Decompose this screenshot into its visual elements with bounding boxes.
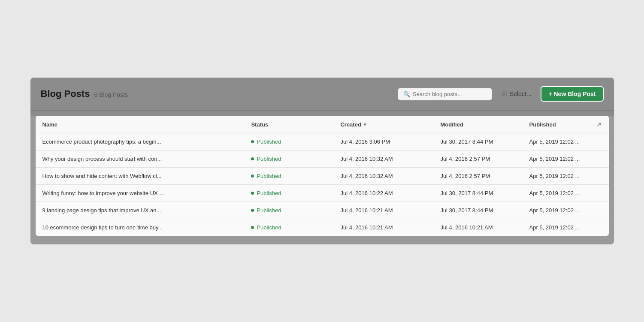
cell-created-5: Jul 4, 2016 10:21 AM bbox=[333, 219, 433, 236]
status-text-5: Published bbox=[257, 224, 281, 231]
cell-action-5 bbox=[590, 219, 608, 236]
cell-created-4: Jul 4, 2016 10:21 AM bbox=[333, 202, 433, 219]
cell-name-0: Ecommerce product photography tips: a be… bbox=[36, 133, 245, 150]
col-header-created[interactable]: Created ▼ bbox=[333, 116, 433, 133]
cell-action-4 bbox=[590, 202, 608, 219]
cell-action-3 bbox=[590, 185, 608, 202]
cell-created-1: Jul 4, 2016 10:32 AM bbox=[333, 150, 433, 168]
select-label: Select... bbox=[510, 90, 532, 97]
table-row[interactable]: Why your design process should start wit… bbox=[36, 150, 609, 168]
table-body: Ecommerce product photography tips: a be… bbox=[36, 133, 609, 236]
header-left: Blog Posts 6 Blog Posts bbox=[41, 88, 128, 99]
panel-subtitle: 6 Blog Posts bbox=[94, 91, 128, 98]
cell-action-2 bbox=[590, 168, 608, 185]
cell-published-5: Apr 5, 2019 12:02 ... bbox=[523, 219, 590, 236]
cell-created-3: Jul 4, 2016 10:22 AM bbox=[333, 185, 433, 202]
cell-modified-5: Jul 4, 2016 10:21 AM bbox=[433, 219, 522, 236]
cell-status-4: Published bbox=[244, 202, 333, 219]
cell-modified-1: Jul 4, 2016 2:57 PM bbox=[433, 150, 522, 168]
table-row[interactable]: Writing funny: how to improve your websi… bbox=[36, 185, 609, 202]
status-dot-3 bbox=[251, 192, 254, 195]
cell-status-5: Published bbox=[244, 219, 333, 236]
search-box: 🔍 bbox=[398, 88, 492, 100]
header-right: 🔍 ☑ Select... + New Blog Post bbox=[398, 86, 604, 102]
cell-name-1: Why your design process should start wit… bbox=[36, 150, 245, 168]
status-dot-2 bbox=[251, 175, 254, 178]
status-dot-5 bbox=[251, 226, 254, 229]
header-row: Name Status Created ▼ Modified bbox=[36, 116, 609, 133]
cell-published-4: Apr 5, 2019 12:02 ... bbox=[523, 202, 590, 219]
col-header-published: Published bbox=[523, 116, 590, 133]
table-row[interactable]: How to show and hide content with Webflo… bbox=[36, 168, 609, 185]
new-post-label: + New Blog Post bbox=[548, 90, 596, 97]
status-text-4: Published bbox=[257, 207, 281, 214]
cell-published-1: Apr 5, 2019 12:02 ... bbox=[523, 150, 590, 168]
search-input[interactable] bbox=[413, 91, 487, 97]
table-row[interactable]: 10 ecommerce design tips to turn one-tim… bbox=[36, 219, 609, 236]
cell-published-0: Apr 5, 2019 12:02 ... bbox=[523, 133, 590, 150]
new-blog-post-button[interactable]: + New Blog Post bbox=[541, 86, 603, 102]
cell-status-3: Published bbox=[244, 185, 333, 202]
panel-title: Blog Posts bbox=[41, 88, 90, 99]
cell-name-5: 10 ecommerce design tips to turn one-tim… bbox=[36, 219, 245, 236]
cell-name-2: How to show and hide content with Webflo… bbox=[36, 168, 245, 185]
search-icon: 🔍 bbox=[403, 91, 410, 97]
table-header: Name Status Created ▼ Modified bbox=[36, 116, 609, 133]
cell-modified-2: Jul 4, 2016 2:57 PM bbox=[433, 168, 522, 185]
cell-action-0 bbox=[590, 133, 608, 150]
status-dot-0 bbox=[251, 140, 254, 143]
cell-created-0: Jul 4, 2016 3:06 PM bbox=[333, 133, 433, 150]
cell-modified-3: Jul 30, 2017 8:44 PM bbox=[433, 185, 522, 202]
status-text-0: Published bbox=[257, 138, 281, 145]
status-text-3: Published bbox=[257, 190, 281, 196]
cell-status-2: Published bbox=[244, 168, 333, 185]
col-header-modified: Modified bbox=[433, 116, 522, 133]
sort-arrow-icon: ▼ bbox=[363, 122, 367, 127]
cell-name-3: Writing funny: how to improve your websi… bbox=[36, 185, 245, 202]
checkbox-icon: ☑ bbox=[502, 90, 507, 97]
action-icon: ↗ bbox=[596, 121, 602, 128]
cell-action-1 bbox=[590, 150, 608, 168]
cell-modified-0: Jul 30, 2017 8:44 PM bbox=[433, 133, 522, 150]
col-header-status: Status bbox=[244, 116, 333, 133]
table-row[interactable]: Ecommerce product photography tips: a be… bbox=[36, 133, 609, 150]
blog-posts-panel: Blog Posts 6 Blog Posts 🔍 ☑ Select... + … bbox=[30, 78, 614, 244]
cell-status-0: Published bbox=[244, 133, 333, 150]
table-row[interactable]: 9 landing page design tips that improve … bbox=[36, 202, 609, 219]
select-button[interactable]: ☑ Select... bbox=[497, 88, 536, 100]
col-header-action: ↗ bbox=[590, 116, 608, 133]
col-header-name: Name bbox=[36, 116, 245, 133]
blog-posts-table: Name Status Created ▼ Modified bbox=[36, 116, 609, 236]
cell-published-3: Apr 5, 2019 12:02 ... bbox=[523, 185, 590, 202]
status-text-2: Published bbox=[257, 173, 281, 179]
cell-status-1: Published bbox=[244, 150, 333, 168]
cell-created-2: Jul 4, 2016 10:32 AM bbox=[333, 168, 433, 185]
status-dot-1 bbox=[251, 157, 254, 160]
table-wrapper: Name Status Created ▼ Modified bbox=[36, 116, 609, 236]
panel-header: Blog Posts 6 Blog Posts 🔍 ☑ Select... + … bbox=[30, 78, 614, 111]
status-dot-4 bbox=[251, 209, 254, 212]
cell-name-4: 9 landing page design tips that improve … bbox=[36, 202, 245, 219]
table-container: Name Status Created ▼ Modified bbox=[30, 116, 614, 244]
status-text-1: Published bbox=[257, 156, 281, 162]
cell-published-2: Apr 5, 2019 12:02 ... bbox=[523, 168, 590, 185]
cell-modified-4: Jul 30, 2017 8:44 PM bbox=[433, 202, 522, 219]
